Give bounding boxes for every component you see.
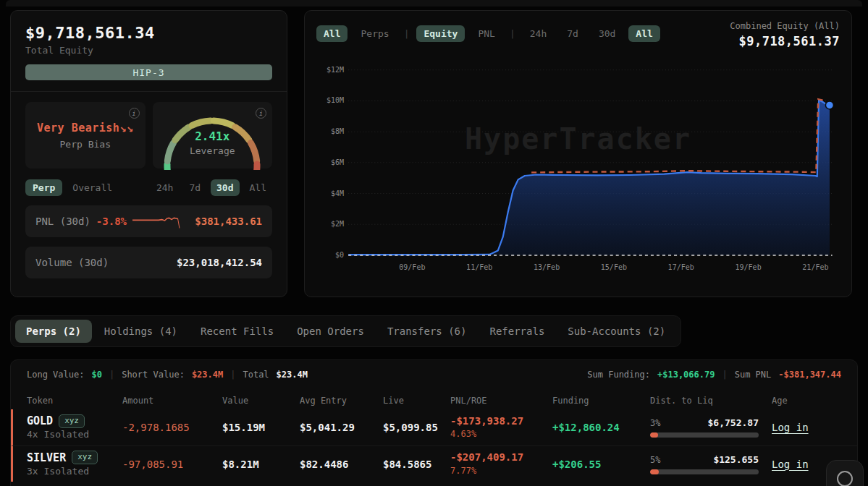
help-button[interactable] bbox=[826, 460, 864, 486]
token-name: SILVER bbox=[27, 451, 66, 465]
token-tag-badge: xyz bbox=[59, 414, 85, 428]
chart-timeframe-7d[interactable]: 7d bbox=[560, 25, 586, 42]
value-cell: $15.19M bbox=[222, 422, 300, 433]
chart-timeframe-all[interactable]: All bbox=[628, 25, 660, 42]
leverage-label: Leverage bbox=[153, 145, 273, 156]
table-row[interactable]: GOLD xyz 4x Isolated -2,978.1685 $15.19M… bbox=[11, 409, 857, 446]
scope-tab-perp[interactable]: Perp bbox=[25, 179, 62, 196]
col-avg-entry: Avg Entry bbox=[300, 396, 383, 406]
top-row: $9,718,561.34 Total Equity HIP-3 i Very … bbox=[0, 0, 868, 297]
col-pnl-roe: PNL/ROE bbox=[450, 396, 552, 406]
perp-bias-card: i Very Bearish↘↘ Perp Bias bbox=[25, 102, 146, 169]
tab-recent-fills[interactable]: Recent Fills bbox=[190, 320, 285, 343]
leverage-gauge: 2.41x Leverage bbox=[153, 102, 273, 169]
liq-progress-bar bbox=[650, 432, 759, 438]
token-cell: GOLD xyz 4x Isolated bbox=[27, 414, 122, 441]
log-in-link[interactable]: Log in bbox=[772, 422, 841, 433]
window-top-strip bbox=[6, 0, 862, 7]
svg-text:$8M: $8M bbox=[331, 127, 344, 135]
chart-filter-chips: All Perps | Equity PNL | 24h 7d 30d All bbox=[316, 25, 660, 42]
table-row[interactable]: SILVER xyz 3x Isolated -97,085.91 $8.21M… bbox=[11, 446, 857, 482]
tab-transfers[interactable]: Transfers (6) bbox=[376, 320, 478, 343]
leverage-gauge-text: 2.41x Leverage bbox=[153, 129, 273, 156]
long-value: $0 bbox=[91, 370, 101, 380]
positions-panel: Long Value: $0 | Short Value: $23.4M | T… bbox=[10, 359, 858, 486]
pnl-value: $381,433.61 bbox=[195, 216, 262, 227]
chart-scope-perps[interactable]: Perps bbox=[353, 25, 396, 42]
hip3-badge[interactable]: HIP-3 bbox=[25, 64, 272, 80]
sum-funding-label: Sum Funding: bbox=[587, 370, 650, 380]
chart-timeframe-24h[interactable]: 24h bbox=[523, 25, 554, 42]
separator: | bbox=[230, 370, 235, 380]
timeframe-24h[interactable]: 24h bbox=[151, 179, 179, 196]
long-value-label: Long Value: bbox=[27, 370, 84, 380]
svg-text:19/Feb: 19/Feb bbox=[735, 263, 761, 271]
chart-scope-all[interactable]: All bbox=[316, 25, 347, 42]
token-tag-badge: xyz bbox=[72, 451, 98, 464]
live-cell: $84.5865 bbox=[383, 459, 450, 470]
svg-text:11/Feb: 11/Feb bbox=[466, 263, 492, 271]
live-cell: $5,099.85 bbox=[383, 422, 450, 433]
separator: | bbox=[403, 28, 411, 39]
dist-percent: 3% bbox=[650, 418, 660, 428]
short-value: $23.4M bbox=[192, 370, 223, 380]
combined-equity-block: Combined Equity (All) $9,718,561.37 bbox=[730, 21, 840, 48]
positions-summary: Long Value: $0 | Short Value: $23.4M | T… bbox=[11, 370, 857, 380]
leverage-card: i 2.41x Leverage bbox=[153, 102, 273, 169]
dist-to-liq-cell: 5% $125.655 bbox=[650, 454, 759, 474]
total-equity-value: $9,718,561.34 bbox=[25, 24, 272, 42]
tab-referrals[interactable]: Referrals bbox=[479, 320, 555, 343]
short-value-label: Short Value: bbox=[122, 370, 185, 380]
token-cell: SILVER xyz 3x Isolated bbox=[27, 451, 122, 478]
col-value: Value bbox=[222, 396, 300, 406]
col-amount: Amount bbox=[122, 396, 222, 406]
col-funding: Funding bbox=[552, 396, 650, 406]
timeframe-all[interactable]: All bbox=[244, 179, 272, 196]
tab-sub-accounts[interactable]: Sub-Accounts (2) bbox=[557, 320, 676, 343]
info-icon[interactable]: i bbox=[129, 108, 140, 119]
tab-open-orders[interactable]: Open Orders bbox=[286, 320, 375, 343]
pnl-roe-cell: -$207,409.17 7.77% bbox=[450, 451, 552, 477]
timeframe-30d[interactable]: 30d bbox=[211, 179, 239, 196]
combined-equity-value: $9,718,561.37 bbox=[730, 34, 840, 48]
total-value-label: Total bbox=[243, 370, 269, 380]
chart-timeframe-30d[interactable]: 30d bbox=[591, 25, 623, 42]
tab-perps[interactable]: Perps (2) bbox=[15, 320, 92, 343]
pnl-value: -$173,938.27 bbox=[450, 414, 552, 429]
separator: | bbox=[109, 370, 114, 380]
chart-area[interactable]: HyperTracker $0$2M$4M$6M$8M$10M$12M09/Fe… bbox=[316, 53, 840, 278]
svg-text:13/Feb: 13/Feb bbox=[534, 263, 560, 271]
funding-cell: +$206.55 bbox=[552, 459, 650, 470]
pnl-label: PNL (30d) bbox=[35, 216, 90, 227]
equity-chart[interactable]: $0$2M$4M$6M$8M$10M$12M09/Feb11/Feb13/Feb… bbox=[316, 53, 840, 278]
svg-text:17/Feb: 17/Feb bbox=[668, 263, 694, 271]
token-leverage: 4x Isolated bbox=[27, 428, 122, 441]
avg-entry-cell: $5,041.29 bbox=[300, 422, 383, 433]
chart-metric-equity[interactable]: Equity bbox=[416, 25, 465, 42]
sum-pnl-label: Sum PNL bbox=[735, 370, 772, 380]
svg-text:15/Feb: 15/Feb bbox=[601, 263, 627, 271]
avg-entry-cell: $82.4486 bbox=[300, 459, 383, 470]
svg-text:$2M: $2M bbox=[331, 220, 344, 228]
pnl-sparkline bbox=[132, 212, 189, 231]
scope-tab-overall[interactable]: Overall bbox=[72, 179, 119, 196]
pnl-percent: -3.8% bbox=[96, 216, 127, 227]
timeframe-7d[interactable]: 7d bbox=[183, 179, 206, 196]
pnl-value: -$207,409.17 bbox=[450, 451, 552, 465]
chart-metric-pnl[interactable]: PNL bbox=[471, 25, 502, 42]
col-token: Token bbox=[27, 396, 122, 406]
chart-header: All Perps | Equity PNL | 24h 7d 30d All … bbox=[316, 21, 840, 48]
funding-cell: +$12,860.24 bbox=[552, 422, 650, 433]
perp-bias-value: Very Bearish↘↘ bbox=[37, 122, 133, 135]
tab-holdings[interactable]: Holdings (4) bbox=[93, 320, 188, 343]
sum-pnl-value: -$381,347.44 bbox=[778, 370, 841, 380]
dist-value: $6,752.87 bbox=[708, 417, 759, 428]
dist-to-liq-cell: 3% $6,752.87 bbox=[650, 417, 759, 438]
leverage-value: 2.41x bbox=[153, 129, 273, 143]
separator: | bbox=[722, 370, 727, 380]
value-cell: $8.21M bbox=[222, 459, 300, 470]
perp-bias-label: Perp Bias bbox=[60, 139, 111, 150]
pnl-roe-cell: -$173,938.27 4.63% bbox=[450, 414, 552, 440]
token-name: GOLD bbox=[27, 414, 53, 428]
roe-value: 4.63% bbox=[450, 428, 552, 440]
